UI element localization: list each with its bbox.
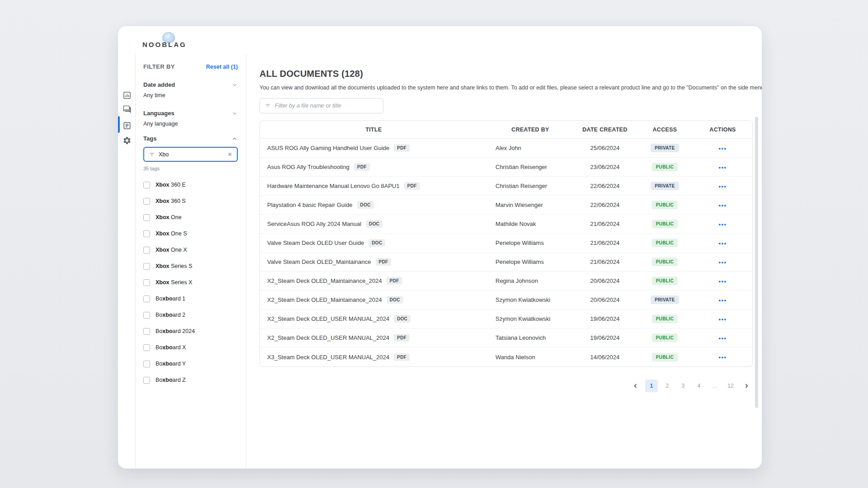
column-header-created-by: CREATED BY [487,127,573,133]
tag-list-item[interactable]: Xbox 360 E [143,177,238,193]
nav-settings-button[interactable] [122,136,132,146]
tag-checkbox[interactable] [143,328,150,335]
tag-label: Boxboard Z [156,377,186,383]
nav-messages-button[interactable] [122,104,132,115]
tag-label-post: 360 S [170,198,186,204]
file-type-badge: PDF [394,334,410,342]
tag-list-item[interactable]: Boxboard Z [143,372,238,388]
documents-table: TITLE CREATED BY DATE CREATED ACCESS ACT… [259,120,753,367]
tag-label-match: xbo [162,361,172,367]
tag-label-match: Xbox [156,263,170,269]
languages-header[interactable]: Languages [143,110,238,117]
row-actions-button[interactable]: ••• [718,354,726,361]
pagination-prev-button[interactable] [629,380,642,392]
access-badge: PUBLIC [652,333,678,342]
tag-checkbox[interactable] [143,377,150,384]
scrollbar[interactable] [755,117,758,408]
created-by: Mathilde Novak [487,221,573,227]
tag-list-item[interactable]: Xbox One X [143,242,238,258]
tag-list-item[interactable]: Boxboard 1 [143,291,238,307]
row-actions-button[interactable]: ••• [718,278,726,285]
tag-list-item[interactable]: Xbox 360 S [143,193,238,209]
tag-checkbox[interactable] [143,214,150,221]
tag-label-post: ard 2024 [173,328,195,334]
date-created: 21/06/2024 [573,221,637,227]
tag-checkbox[interactable] [143,296,150,302]
row-actions-button[interactable]: ••• [718,297,726,304]
tag-checkbox[interactable] [143,198,150,205]
tag-search-input[interactable] [159,151,223,158]
date-created: 22/06/2024 [573,202,637,208]
row-actions-button[interactable]: ••• [718,316,726,323]
pagination-page-4[interactable]: 4 [693,380,705,392]
date-added-header[interactable]: Date added [143,81,238,88]
pagination-page-3[interactable]: 3 [677,380,689,392]
row-actions-button[interactable]: ••• [718,221,726,228]
tag-label: Xbox One [156,214,182,221]
tag-label-post: ard Z [173,377,186,383]
row-actions-button[interactable]: ••• [718,164,726,171]
tag-checkbox[interactable] [143,279,150,286]
access-badge: PRIVATE [651,182,679,190]
tag-list-item[interactable]: Boxboard 2 [143,307,238,323]
tag-label-post: Series S [170,263,193,269]
access-badge: PUBLIC [652,314,678,323]
logo[interactable]: NOOBLAG [142,32,197,52]
row-actions-button[interactable]: ••• [718,240,726,247]
clear-search-button[interactable] [227,151,233,157]
pagination-page-2[interactable]: 2 [661,380,674,392]
row-actions-button[interactable]: ••• [718,183,726,190]
tag-list-item[interactable]: Xbox Series S [143,258,238,274]
tag-label: Xbox Series X [156,279,192,286]
row-actions-button[interactable]: ••• [718,335,726,342]
tag-checkbox[interactable] [143,247,150,253]
nav-analytics-button[interactable] [122,90,132,101]
reset-all-button[interactable]: Reset all (1) [206,64,238,70]
table-row: X2_Steam Deck OLED_Maintainance_2024 PDF… [260,272,752,291]
tag-label-post: One X [170,247,187,253]
row-actions-button[interactable]: ••• [718,145,726,152]
tag-checkbox[interactable] [143,263,150,270]
tag-list-item[interactable]: Xbox One S [143,225,238,242]
pagination-page-12[interactable]: 12 [724,380,737,392]
table-row: Valve Steam Deck OLED User Guide DOC Pen… [260,234,752,253]
tag-checkbox[interactable] [143,344,150,351]
tag-label: Boxboard 2024 [156,328,195,334]
access-badge: PUBLIC [652,258,678,266]
tag-list-item[interactable]: Boxboard 2024 [143,323,238,339]
file-type-badge: DOC [366,220,382,228]
tag-label-match: Xbox [156,198,170,204]
table-row: ServiceAsus ROG Ally 2024 Manual DOC Mat… [260,215,752,234]
table-row: X3_Steam Deck OLED_USER MANUAL_2024 PDF … [260,347,752,366]
tag-list-item[interactable]: Xbox One [143,209,238,225]
pagination-page-1[interactable]: 1 [645,380,658,392]
tag-label-post: Series X [170,279,193,286]
app-body: FILTER BY Reset all (1) Date added Any t… [118,54,762,469]
tags-header[interactable]: Tags [143,135,238,142]
nav-documents-button[interactable] [122,121,132,131]
table-row: X2_Steam Deck OLED_USER MANUAL_2024 DOC … [260,310,752,328]
access-badge: PUBLIC [652,353,678,361]
tag-search-box [143,147,238,162]
tag-checkbox[interactable] [143,182,150,188]
file-search-input[interactable] [275,103,378,109]
row-actions-button[interactable]: ••• [718,259,726,266]
date-created: 22/06/2024 [573,183,637,189]
tag-checkbox[interactable] [143,361,150,367]
pagination-next-button[interactable] [740,380,753,392]
page-description: You can view and download all the docume… [259,84,753,91]
tag-list-item[interactable]: Boxboard Y [143,356,238,372]
filter-section-languages: Languages Any language [143,110,238,127]
chevron-down-icon [231,110,238,117]
tag-list-item[interactable]: Boxboard X [143,339,238,356]
tag-checkbox[interactable] [143,230,150,237]
bar-chart-icon [123,91,132,101]
created-by: Szymon Kwiatkowski [487,296,573,303]
tag-list-item[interactable]: Xbox Series X [143,274,238,291]
tag-checkbox[interactable] [143,312,150,319]
tag-label-post: One S [170,230,187,237]
row-actions-button[interactable]: ••• [718,202,726,209]
document-title: Valve Steam Deck OLED User Guide [267,239,364,246]
created-by: Penelope Williams [487,239,573,246]
nav-rail [118,54,136,469]
